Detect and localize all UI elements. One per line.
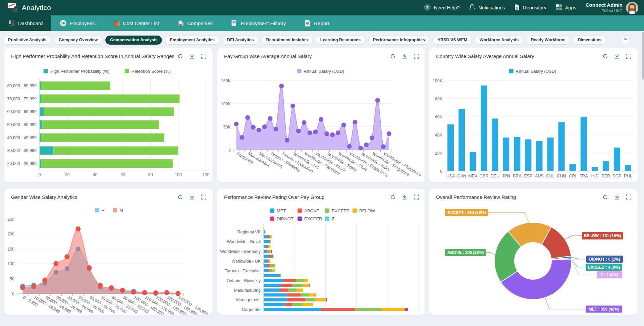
data-point[interactable] <box>257 128 261 132</box>
bar-segment[interactable] <box>269 260 269 263</box>
bar-segment[interactable] <box>270 240 270 243</box>
bar-segment[interactable] <box>270 264 274 268</box>
filter-pill-employment-analytics[interactable]: Employment Analytics <box>165 36 219 45</box>
bar-segment[interactable] <box>274 264 275 268</box>
bar[interactable] <box>570 164 576 171</box>
refresh-button[interactable] <box>177 54 183 60</box>
fullscreen-button[interactable] <box>626 54 632 60</box>
bar-segment[interactable] <box>303 303 313 307</box>
fullscreen-button[interactable] <box>201 195 207 201</box>
bar-segment[interactable] <box>271 250 272 253</box>
bar-segment[interactable] <box>292 303 303 307</box>
bar-segment[interactable] <box>269 245 271 248</box>
bar-segment[interactable] <box>286 293 301 297</box>
bar-segment[interactable] <box>264 293 286 297</box>
filter-pill-predictive-analysis[interactable]: Predictive Analysis <box>3 36 51 45</box>
filter-pill-hrsd-vs-wfm[interactable]: HRSD VS WFM <box>433 36 472 45</box>
data-point[interactable] <box>234 122 238 126</box>
data-point[interactable] <box>153 290 158 295</box>
bar-segment[interactable] <box>316 298 326 302</box>
bar-segment[interactable] <box>316 293 316 297</box>
bar-segment[interactable] <box>267 260 269 263</box>
data-point[interactable] <box>387 131 391 136</box>
bar-segment[interactable] <box>269 269 272 272</box>
notifications-button[interactable]: Notifications <box>469 4 505 12</box>
data-point[interactable] <box>341 122 346 127</box>
bar-segment[interactable] <box>270 240 271 243</box>
bar-segment[interactable] <box>270 235 270 238</box>
data-point[interactable] <box>381 144 386 149</box>
bar-segment[interactable] <box>280 274 280 277</box>
data-point[interactable] <box>285 138 289 143</box>
download-button[interactable] <box>189 195 195 201</box>
bar-segment[interactable] <box>264 284 281 287</box>
bar-segment[interactable] <box>281 284 292 287</box>
bar-segment[interactable] <box>405 308 406 311</box>
bar-segment[interactable] <box>268 269 269 272</box>
bar-segment[interactable] <box>269 255 273 258</box>
bar-segment[interactable] <box>40 146 53 155</box>
bar-segment[interactable] <box>268 235 270 238</box>
data-point[interactable] <box>87 265 92 270</box>
data-point[interactable] <box>262 124 267 129</box>
bar-segment[interactable] <box>40 95 41 103</box>
bar-segment[interactable] <box>270 235 272 238</box>
bar[interactable] <box>592 167 598 171</box>
bar-segment[interactable] <box>264 269 268 272</box>
refresh-button[interactable] <box>602 54 608 60</box>
bar-segment[interactable] <box>270 250 271 253</box>
bar-segment[interactable] <box>273 255 274 258</box>
data-point[interactable] <box>31 284 36 289</box>
data-point[interactable] <box>330 132 335 137</box>
tab-dashboard[interactable]: Dashboard <box>0 15 51 31</box>
filter-pill-dei-analytics[interactable]: DEI Analytics <box>222 36 258 45</box>
bar-segment[interactable] <box>269 260 271 263</box>
fullscreen-button[interactable] <box>626 195 632 201</box>
data-point[interactable] <box>324 131 329 136</box>
bar-segment[interactable] <box>264 264 267 268</box>
bar-segment[interactable] <box>40 159 41 168</box>
bar-segment[interactable] <box>264 230 265 234</box>
data-point[interactable] <box>53 261 58 266</box>
fullscreen-button[interactable] <box>201 54 207 60</box>
data-point[interactable] <box>279 84 284 89</box>
bar-segment[interactable] <box>265 230 266 234</box>
bar-segment[interactable] <box>264 245 267 248</box>
data-point[interactable] <box>290 104 295 108</box>
data-point[interactable] <box>120 288 125 293</box>
data-point[interactable] <box>364 143 369 147</box>
page-scrollbar[interactable] <box>642 31 644 326</box>
bar-segment[interactable] <box>269 240 270 243</box>
bar[interactable] <box>536 141 543 171</box>
data-point[interactable] <box>296 128 301 133</box>
bar-segment[interactable] <box>292 284 302 287</box>
bar-segment[interactable] <box>40 82 41 90</box>
data-point[interactable] <box>175 291 180 296</box>
bar[interactable] <box>625 165 631 171</box>
data-point[interactable] <box>336 130 340 135</box>
bar-segment[interactable] <box>267 245 268 248</box>
bar-segment[interactable] <box>264 288 280 292</box>
bar[interactable] <box>581 117 587 171</box>
fullscreen-button[interactable] <box>413 54 419 60</box>
data-point[interactable] <box>370 135 374 140</box>
bar-segment[interactable] <box>267 264 270 268</box>
data-point[interactable] <box>302 120 307 125</box>
bar-segment[interactable] <box>274 269 275 272</box>
filter-pill-workforce-analysis[interactable]: Workforce Analysis <box>475 36 523 45</box>
bar-segment[interactable] <box>272 269 274 272</box>
data-point[interactable] <box>273 127 278 131</box>
bar-segment[interactable] <box>264 260 267 263</box>
bar-segment[interactable] <box>326 298 327 302</box>
avatar[interactable] <box>626 2 638 14</box>
refresh-button[interactable] <box>390 54 396 60</box>
bar-segment[interactable] <box>264 298 288 302</box>
data-point[interactable] <box>109 285 114 290</box>
bar[interactable] <box>558 122 565 171</box>
bar[interactable] <box>503 138 509 171</box>
bar-segment[interactable] <box>41 159 173 168</box>
need-help-button[interactable]: ? Need Help? <box>424 4 460 12</box>
data-point[interactable] <box>308 130 312 135</box>
bar-segment[interactable] <box>285 303 292 307</box>
refresh-button[interactable] <box>177 195 183 201</box>
